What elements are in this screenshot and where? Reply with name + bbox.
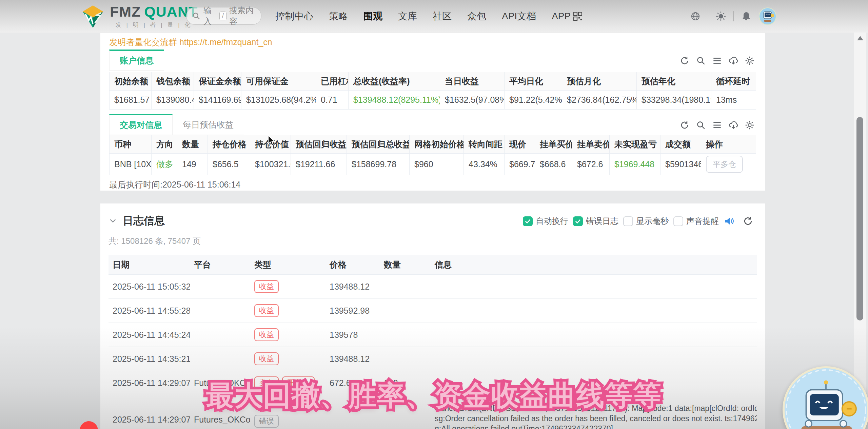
table-row: 2025-06-11 14:35:21 收益 139488.12 bbox=[108, 347, 757, 371]
menu-icon[interactable] bbox=[712, 56, 722, 66]
available-margin: $131025.68(94.2%) bbox=[241, 91, 316, 110]
position-price: $656.5 bbox=[208, 154, 250, 175]
income-badge: 收益 bbox=[254, 304, 279, 317]
nav-item-watch[interactable]: 围观 bbox=[363, 10, 382, 23]
fmz-logo[interactable]: FMZ QUANT 发 | 明 | 者 | 量 | 化 bbox=[81, 3, 198, 29]
column-header: 可用保证金 bbox=[241, 72, 316, 91]
margin-balance: $141169.69 bbox=[194, 91, 241, 110]
option-show-milliseconds[interactable]: 显示毫秒 bbox=[623, 216, 669, 227]
column-header: 初始余额 bbox=[110, 72, 152, 91]
close-long-button[interactable]: 平多仓 bbox=[706, 156, 743, 173]
pairs-table: 币种 方向 数量 持仓价格 持仓价值 预估回归收益 预估回归总收益 网格初始价格… bbox=[109, 135, 756, 175]
log-price: 139488.12 bbox=[326, 354, 380, 364]
notification-bell-icon[interactable] bbox=[741, 11, 751, 21]
column-header: 成交额 bbox=[660, 135, 701, 154]
column-header: 转向间距 bbox=[464, 135, 505, 154]
used-leverage: 0.71 bbox=[316, 91, 349, 110]
avg-daily-rate: $91.22(5.42%) bbox=[505, 91, 562, 110]
refresh-icon[interactable] bbox=[679, 56, 690, 66]
log-date: 2025-06-11 14:55:28 bbox=[108, 306, 190, 316]
search-icon bbox=[192, 12, 201, 20]
nav-item-community[interactable]: 社区 bbox=[433, 10, 452, 23]
log-count: 共: 1508126 条, 75407 页 bbox=[108, 236, 201, 247]
nav-item-crowdsourcing[interactable]: 众包 bbox=[467, 10, 486, 23]
menu-icon[interactable] bbox=[712, 120, 722, 130]
search-icon[interactable] bbox=[696, 56, 706, 66]
wallet-balance: $139080.4 bbox=[152, 91, 194, 110]
income-badge: 收益 bbox=[254, 328, 279, 341]
table-row: 2025-06-11 14:45:24 收益 139578 bbox=[108, 323, 757, 347]
initial-balance: $1681.57 bbox=[110, 91, 152, 110]
column-header: 预估年化 bbox=[637, 72, 711, 91]
qr-code-icon bbox=[573, 12, 582, 21]
log-date: 2025-06-11 15:05:32 bbox=[108, 282, 190, 292]
log-price: 139488.12 bbox=[326, 282, 380, 292]
search-input[interactable]: 输入 / 搜索内容 bbox=[186, 7, 261, 25]
option-sound-alert[interactable]: 声音提醒 bbox=[673, 216, 719, 227]
income-badge: 收益 bbox=[254, 280, 279, 293]
log-date: 2025-06-11 14:29:07 bbox=[108, 395, 190, 425]
refresh-icon[interactable] bbox=[743, 216, 753, 227]
top-navbar: FMZ QUANT 发 | 明 | 者 | 量 | 化 输入 / 搜索内容 控制… bbox=[0, 0, 868, 33]
column-header: 数量 bbox=[177, 135, 208, 154]
brand-fmz: FMZ bbox=[110, 3, 141, 20]
user-avatar[interactable] bbox=[759, 7, 776, 25]
log-date: 2025-06-11 14:29:07 bbox=[108, 378, 190, 388]
est-monthly: $2736.84(162.75%) bbox=[562, 91, 637, 110]
nav-item-control-center[interactable]: 控制中心 bbox=[275, 10, 313, 23]
gear-icon[interactable] bbox=[745, 120, 755, 130]
nav-item-strategy[interactable]: 策略 bbox=[329, 10, 348, 23]
checkbox-checked-icon[interactable] bbox=[523, 216, 533, 226]
search-placeholder-suffix: 搜索内容 bbox=[229, 5, 256, 27]
scroll-up-arrow-icon[interactable] bbox=[857, 36, 863, 40]
column-header: 循环延时 bbox=[711, 72, 756, 91]
column-header: 现价 bbox=[505, 135, 535, 154]
scrollbar[interactable] bbox=[854, 33, 866, 429]
est-total-return: $158699.78 bbox=[347, 154, 410, 175]
checkbox-unchecked-icon[interactable] bbox=[623, 216, 633, 226]
column-header: 挂单买价 bbox=[535, 135, 572, 154]
tab-pair-info[interactable]: 交易对信息 bbox=[109, 114, 173, 135]
search-icon[interactable] bbox=[696, 120, 706, 130]
log-type: 收益 bbox=[250, 328, 326, 341]
column-header: 平台 bbox=[190, 259, 250, 270]
total-profit: $139488.12(8295.11%) bbox=[349, 91, 440, 110]
speaker-icon[interactable] bbox=[724, 216, 734, 226]
account-panel: 发明者量化交流群 https://t.me/fmzquant_cn 账户信息 初… bbox=[100, 33, 765, 191]
option-auto-wrap[interactable]: 自动换行 bbox=[523, 216, 568, 227]
tab-account-info[interactable]: 账户信息 bbox=[109, 50, 164, 71]
refresh-icon[interactable] bbox=[679, 120, 690, 130]
quantity: 149 bbox=[177, 154, 208, 175]
chevron-down-icon[interactable] bbox=[108, 216, 117, 225]
recording-dot bbox=[80, 421, 98, 429]
column-header: 操作 bbox=[701, 135, 756, 154]
nav-item-library[interactable]: 文库 bbox=[398, 10, 417, 23]
pending-sell: $672.6 bbox=[572, 154, 610, 175]
table-row: 2025-06-11 14:55:28 收益 139592.98 bbox=[108, 299, 757, 323]
column-header: 平均日化 bbox=[505, 72, 562, 91]
column-header: 日期 bbox=[108, 259, 190, 270]
symbol: BNB [10X] bbox=[110, 154, 152, 175]
nav-item-app[interactable]: APP bbox=[552, 11, 582, 22]
direction: 做多 bbox=[152, 154, 177, 175]
column-header: 保证金余额 bbox=[194, 72, 241, 91]
divider bbox=[708, 11, 708, 21]
cloud-download-icon[interactable] bbox=[728, 120, 738, 130]
column-header: 方向 bbox=[152, 135, 177, 154]
slash-hotkey: / bbox=[219, 12, 226, 20]
theme-sun-icon[interactable] bbox=[716, 11, 726, 21]
tab-daily-estimated-profit[interactable]: 每日预估收益 bbox=[173, 114, 244, 135]
language-globe-icon[interactable] bbox=[690, 11, 701, 21]
reverse-gap: 43.34% bbox=[464, 154, 505, 175]
option-error-log[interactable]: 错误日志 bbox=[573, 216, 618, 227]
checkbox-unchecked-icon[interactable] bbox=[673, 216, 683, 226]
checkbox-checked-icon[interactable] bbox=[573, 216, 583, 226]
cloud-download-icon[interactable] bbox=[728, 56, 738, 66]
log-options: 自动换行 错误日志 显示毫秒 声音提醒 bbox=[523, 216, 753, 227]
daily-profit: $1632.5(97.08%) bbox=[440, 91, 505, 110]
telegram-link[interactable]: https://t.me/fmzquant_cn bbox=[179, 37, 272, 47]
panel-toolbar bbox=[679, 56, 755, 66]
nav-item-api-docs[interactable]: API文档 bbox=[502, 10, 536, 23]
gear-icon[interactable] bbox=[745, 56, 755, 66]
scrollbar-thumb[interactable] bbox=[856, 117, 863, 320]
